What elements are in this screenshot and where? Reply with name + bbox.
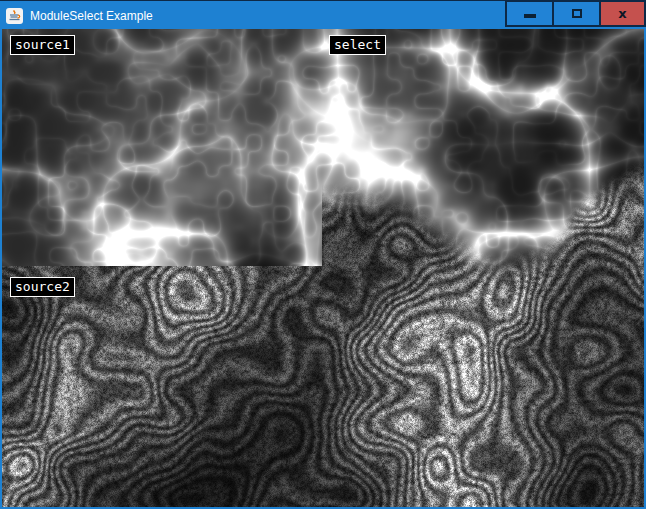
maximize-button[interactable] [552,1,599,27]
close-icon: x [618,7,626,20]
close-button[interactable]: x [599,1,646,27]
source2-label: source2 [10,277,75,297]
source1-image [2,29,322,266]
render-viewport: source1selectsource2 [2,29,644,507]
minimize-icon [524,14,536,18]
select-label: select [329,35,386,55]
coffee-cup-glyph [8,10,21,22]
source1-label: source1 [10,35,75,55]
maximize-icon [572,9,582,18]
minimize-button[interactable] [505,1,552,27]
window-title: ModuleSelect Example [30,9,153,23]
window: ModuleSelect Example x source1selectsour… [0,0,646,509]
window-controls: x [505,1,646,27]
java-app-icon[interactable] [6,8,23,24]
source2-image [2,266,322,503]
